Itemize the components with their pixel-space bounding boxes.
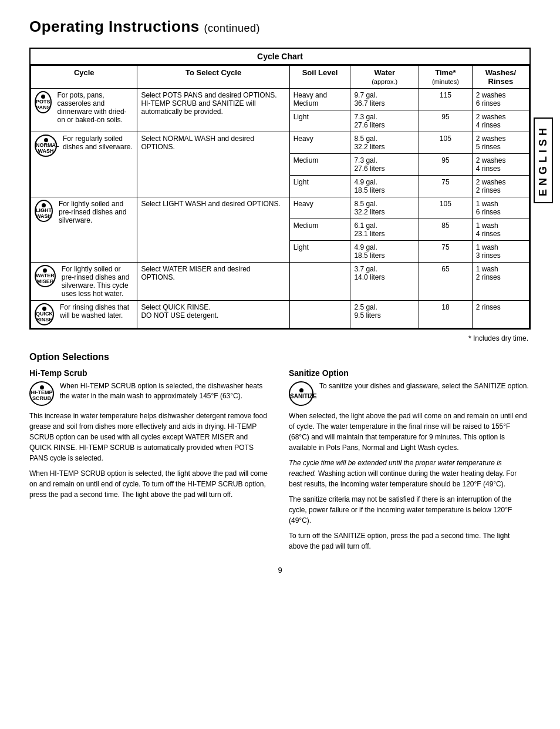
time-cell: 95 bbox=[419, 110, 473, 132]
washes-rinses-cell: 2 washes4 rinses bbox=[472, 110, 529, 132]
to-select-cell: Select QUICK RINSE.DO NOT USE detergent. bbox=[137, 301, 289, 328]
soil-level-cell: Heavy bbox=[289, 197, 350, 219]
sanitize-icon-line1: SANITIZE bbox=[290, 393, 317, 399]
page-number: 9 bbox=[29, 566, 531, 575]
sanitize-body1: When selected, the light above the pad w… bbox=[289, 411, 531, 453]
cycle-name-cell: NORMALWASHFor regularly soiled dishes an… bbox=[31, 132, 137, 197]
hi-temp-icon: HI-TEMP SCRUB bbox=[29, 381, 54, 406]
time-cell: 85 bbox=[419, 219, 473, 241]
time-cell: 115 bbox=[419, 89, 473, 110]
hi-temp-title: Hi-Temp Scrub bbox=[29, 368, 271, 378]
options-columns: Hi-Temp Scrub HI-TEMP SCRUB When HI-TEMP… bbox=[29, 368, 531, 556]
hi-temp-icon-desc: When HI-TEMP SCRUB option is selected, t… bbox=[60, 381, 271, 401]
option-selections-title: Option Selections bbox=[29, 352, 531, 362]
time-cell: 75 bbox=[419, 176, 473, 197]
washes-rinses-cell: 2 washes6 rinses bbox=[472, 89, 529, 110]
soil-level-cell bbox=[289, 263, 350, 301]
cycle-description: For lightly soiled or pre-rinsed dishes … bbox=[62, 265, 134, 298]
col-cycle: Cycle bbox=[31, 66, 137, 89]
time-cell: 105 bbox=[419, 132, 473, 154]
cycle-name-cell: LIGHTWASHFor lightly soiled and pre-rins… bbox=[31, 197, 137, 263]
title-continued: (continued) bbox=[204, 22, 261, 34]
washes-rinses-cell: 1 wash2 rinses bbox=[472, 263, 529, 301]
to-select-cell: Select LIGHT WASH and desired OPTIONS. bbox=[137, 197, 289, 263]
col-time: Time* (minutes) bbox=[419, 66, 473, 89]
option-selections-section: Option Selections Hi-Temp Scrub HI-TEMP … bbox=[29, 352, 531, 556]
soil-level-cell: Light bbox=[289, 241, 350, 263]
hi-temp-icon-row: HI-TEMP SCRUB When HI-TEMP SCRUB option … bbox=[29, 381, 271, 406]
time-cell: 105 bbox=[419, 197, 473, 219]
cycle-description: For lightly soiled and pre-rinsed dishes… bbox=[59, 200, 133, 224]
hi-temp-body2: When HI-TEMP SCRUB option is selected, t… bbox=[29, 468, 271, 500]
to-select-cell: Select WATER MISER and desired OPTIONS. bbox=[137, 263, 289, 301]
table-row: WATERMISERFor lightly soiled or pre-rins… bbox=[31, 263, 529, 301]
cycle-description: For rinsing dishes that will be washed l… bbox=[60, 303, 133, 320]
hi-temp-body1: This increase in water temperature helps… bbox=[29, 411, 271, 463]
washes-rinses-cell: 1 wash3 rinses bbox=[472, 241, 529, 263]
hi-temp-icon-line1: HI-TEMP bbox=[31, 389, 53, 395]
col-to-select: To Select Cycle bbox=[137, 66, 289, 89]
table-row: POTSPANSFor pots, pans, casseroles and d… bbox=[31, 89, 529, 110]
sanitize-icon-row: SANITIZE To sanitize your dishes and gla… bbox=[289, 381, 531, 406]
title-main: Operating Instructions bbox=[29, 18, 200, 35]
water-cell: 4.9 gal.18.5 liters bbox=[350, 241, 419, 263]
time-cell: 65 bbox=[419, 263, 473, 301]
cycle-icon: QUICKRINSE bbox=[35, 303, 54, 325]
cycle-icon: NORMALWASH bbox=[35, 135, 57, 157]
cycle-icon: POTSPANS bbox=[35, 91, 52, 113]
water-cell: 7.3 gal.27.6 liters bbox=[350, 154, 419, 176]
cycle-icon: LIGHTWASH bbox=[35, 200, 53, 222]
time-cell: 75 bbox=[419, 241, 473, 263]
to-select-cell: Select POTS PANS and desired OPTIONS.HI-… bbox=[137, 89, 289, 132]
sanitize-body3: The sanitize criteria may not be satisfi… bbox=[289, 494, 531, 526]
table-row: QUICKRINSEFor rinsing dishes that will b… bbox=[31, 301, 529, 328]
washes-rinses-cell: 1 wash4 rinses bbox=[472, 219, 529, 241]
soil-level-cell: Heavy and Medium bbox=[289, 89, 350, 110]
hi-temp-section: Hi-Temp Scrub HI-TEMP SCRUB When HI-TEMP… bbox=[29, 368, 271, 556]
english-sidebar-label: ENGLISH bbox=[534, 117, 553, 203]
soil-level-cell: Medium bbox=[289, 219, 350, 241]
washes-rinses-cell: 2 washes5 rinses bbox=[472, 132, 529, 154]
washes-rinses-cell: 2 rinses bbox=[472, 301, 529, 328]
time-cell: 18 bbox=[419, 301, 473, 328]
water-cell: 3.7 gal.14.0 liters bbox=[350, 263, 419, 301]
cycle-chart-title: Cycle Chart bbox=[31, 49, 529, 65]
col-soil: Soil Level bbox=[289, 66, 350, 89]
cycle-name-cell: POTSPANSFor pots, pans, casseroles and d… bbox=[31, 89, 137, 132]
water-cell: 8.5 gal.32.2 liters bbox=[350, 132, 419, 154]
soil-level-cell: Heavy bbox=[289, 132, 350, 154]
to-select-cell: Select NORMAL WASH and desired OPTIONS. bbox=[137, 132, 289, 197]
soil-level-cell bbox=[289, 301, 350, 328]
page-title: Operating Instructions (continued) bbox=[29, 18, 531, 36]
sanitize-icon-text: To sanitize your dishes and glassware, s… bbox=[319, 381, 529, 391]
sanitize-section: Sanitize Option SANITIZE To sanitize you… bbox=[289, 368, 531, 556]
table-row: LIGHTWASHFor lightly soiled and pre-rins… bbox=[31, 197, 529, 219]
col-water: Water (approx.) bbox=[350, 66, 419, 89]
water-cell: 9.7 gal.36.7 liters bbox=[350, 89, 419, 110]
soil-level-cell: Light bbox=[289, 176, 350, 197]
soil-level-cell: Medium bbox=[289, 154, 350, 176]
water-cell: 2.5 gal.9.5 liters bbox=[350, 301, 419, 328]
table-header-row: Cycle To Select Cycle Soil Level Water (… bbox=[31, 66, 529, 89]
sanitize-icon: SANITIZE bbox=[289, 381, 313, 406]
sanitize-body4: To turn off the SANITIZE option, press t… bbox=[289, 530, 531, 552]
water-cell: 7.3 gal.27.6 liters bbox=[350, 110, 419, 132]
sanitize-dot bbox=[299, 388, 303, 392]
time-cell: 95 bbox=[419, 154, 473, 176]
footnote: * Includes dry time. bbox=[29, 334, 531, 342]
sanitize-icon-desc: To sanitize your dishes and glassware, s… bbox=[319, 381, 529, 391]
cycle-chart: Cycle Chart Cycle To Select Cycle Soil L… bbox=[29, 48, 531, 330]
cycle-description: For regularly soiled dishes and silverwa… bbox=[63, 135, 133, 151]
water-cell: 4.9 gal.18.5 liters bbox=[350, 176, 419, 197]
sanitize-title: Sanitize Option bbox=[289, 368, 531, 378]
washes-rinses-cell: 2 washes4 rinses bbox=[472, 154, 529, 176]
hi-temp-icon-text: When HI-TEMP SCRUB option is selected, t… bbox=[60, 381, 271, 401]
table-row: NORMALWASHFor regularly soiled dishes an… bbox=[31, 132, 529, 154]
cycle-description: For pots, pans, casseroles and dinnerwar… bbox=[58, 91, 134, 124]
water-cell: 6.1 gal.23.1 liters bbox=[350, 219, 419, 241]
soil-level-cell: Light bbox=[289, 110, 350, 132]
cycle-name-cell: QUICKRINSEFor rinsing dishes that will b… bbox=[31, 301, 137, 328]
water-cell: 8.5 gal.32.2 liters bbox=[350, 197, 419, 219]
cycle-icon: WATERMISER bbox=[35, 265, 56, 287]
hi-temp-icon-line2: SCRUB bbox=[32, 395, 51, 401]
